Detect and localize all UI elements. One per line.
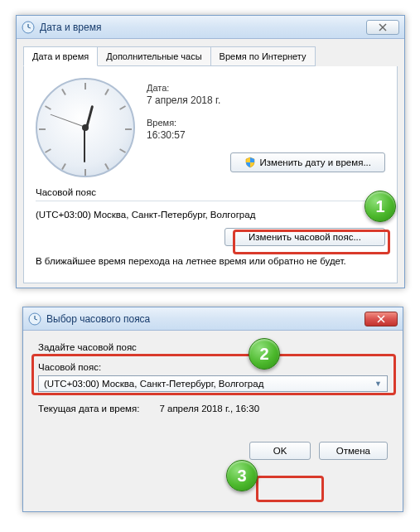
date-time-info: Дата: 7 апреля 2018 г. Время: 16:30:57 И…: [147, 78, 385, 177]
shield-icon: [244, 157, 256, 168]
timezone-heading: Часовой пояс: [36, 187, 385, 197]
tab-body: Дата: 7 апреля 2018 г. Время: 16:30:57 И…: [23, 66, 398, 283]
close-button[interactable]: [364, 312, 398, 326]
timezone-window: Выбор часового пояса Задайте часовой поя…: [22, 307, 403, 512]
close-button[interactable]: [366, 20, 399, 35]
marker-3: 3: [226, 460, 258, 491]
clock-icon: [28, 312, 41, 326]
time-value: 16:30:57: [147, 129, 385, 141]
time-label: Время:: [147, 118, 385, 128]
ok-button[interactable]: OK: [249, 442, 311, 460]
date-value: 7 апреля 2018 г.: [147, 94, 385, 106]
window-title: Дата и время: [40, 22, 366, 33]
separator: [36, 201, 385, 201]
change-date-time-button[interactable]: Изменить дату и время...: [230, 152, 385, 172]
marker-2: 2: [249, 338, 280, 370]
titlebar[interactable]: Дата и время: [17, 16, 404, 39]
date-label: Дата:: [147, 83, 385, 93]
instruction-text: Задайте часовой пояс: [38, 342, 388, 352]
dst-note: В ближайшее время перехода на летнее вре…: [36, 256, 385, 266]
clock-icon: [22, 21, 35, 34]
chevron-down-icon: ▼: [374, 380, 382, 388]
cancel-button[interactable]: Отмена: [319, 442, 388, 460]
timezone-selected: (UTC+03:00) Москва, Санкт-Петербург, Вол…: [44, 379, 263, 389]
window-content: Задайте часовой пояс Часовой пояс: (UTC+…: [23, 331, 403, 472]
date-time-window: Дата и время Дата и время Дополнительные…: [16, 15, 405, 288]
timezone-dropdown[interactable]: (UTC+03:00) Москва, Санкт-Петербург, Вол…: [38, 375, 388, 392]
titlebar[interactable]: Выбор часового пояса: [23, 307, 403, 331]
change-timezone-label: Изменить часовой пояс...: [249, 232, 361, 242]
tab-date-time[interactable]: Дата и время: [23, 46, 98, 66]
tab-additional-clocks[interactable]: Дополнительные часы: [97, 46, 210, 66]
ok-label: OK: [273, 446, 287, 456]
current-datetime-label: Текущая дата и время:: [38, 404, 139, 414]
timezone-value: (UTC+03:00) Москва, Санкт-Петербург, Вол…: [36, 210, 385, 220]
window-content: Дата и время Дополнительные часы Время п…: [17, 39, 404, 290]
tab-strip: Дата и время Дополнительные часы Время п…: [23, 46, 398, 67]
marker-1: 1: [364, 191, 396, 222]
change-date-time-label: Изменить дату и время...: [259, 157, 371, 167]
current-datetime-value: 7 апреля 2018 г., 16:30: [159, 404, 259, 414]
timezone-label: Часовой пояс:: [38, 362, 388, 372]
window-title: Выбор часового пояса: [46, 313, 364, 325]
change-timezone-button[interactable]: Изменить часовой пояс...: [224, 228, 385, 246]
cancel-label: Отмена: [336, 446, 370, 456]
analog-clock: [36, 78, 135, 177]
tab-internet-time[interactable]: Время по Интернету: [210, 46, 316, 66]
